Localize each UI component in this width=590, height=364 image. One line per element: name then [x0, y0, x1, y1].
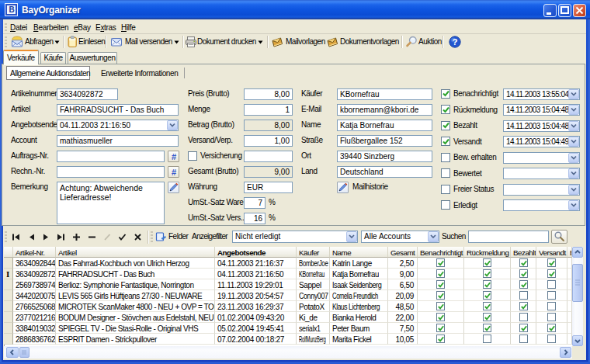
- svg-text:?: ?: [452, 37, 457, 47]
- svg-text:#: #: [172, 168, 176, 177]
- svg-text:#: #: [172, 152, 176, 161]
